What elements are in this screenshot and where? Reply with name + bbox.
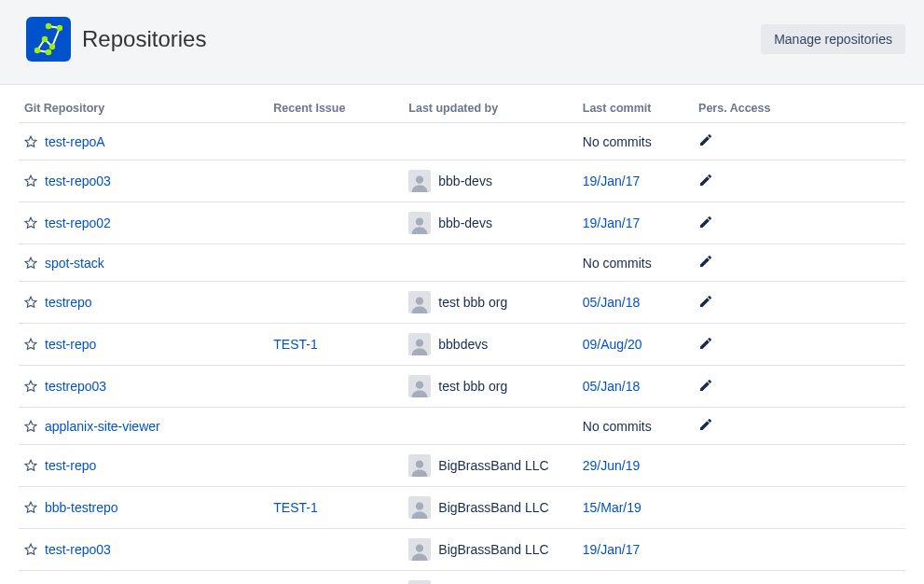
repo-link[interactable]: testrepo	[45, 295, 92, 310]
svg-marker-11	[25, 257, 36, 268]
issue-link[interactable]: TEST-1	[273, 337, 317, 352]
svg-point-0	[34, 48, 40, 53]
issue-link[interactable]: TEST-1	[273, 500, 317, 515]
svg-point-13	[416, 298, 423, 305]
avatar	[408, 580, 431, 584]
table-row: testrepotest bbb org05/Jan/18	[19, 282, 905, 324]
edit-icon[interactable]	[698, 294, 713, 309]
table-row: test-repo02bbb-devs19/Jan/17	[19, 202, 905, 244]
star-icon[interactable]	[24, 420, 37, 433]
svg-point-10	[416, 218, 423, 226]
star-icon[interactable]	[24, 543, 37, 556]
table-row: test-repo03BigBrassBand LLC19/Jan/17	[19, 529, 905, 571]
svg-point-5	[46, 49, 51, 55]
edit-icon[interactable]	[698, 378, 713, 393]
last-commit-link[interactable]: 29/Jun/19	[583, 458, 641, 473]
table-row: test-repoTEST-1bbbdevs09/Aug/20	[19, 324, 905, 366]
repo-link[interactable]: test-repoA	[45, 134, 105, 149]
col-header-updated-by[interactable]: Last updated by	[403, 85, 576, 123]
repo-link[interactable]: applanix-site-viewer	[45, 419, 160, 434]
svg-point-15	[416, 340, 423, 347]
repo-link[interactable]: test-repo02	[45, 216, 111, 230]
repo-link[interactable]: bbb-testrepo	[45, 500, 118, 515]
svg-marker-21	[25, 502, 36, 512]
table-row: test-repo03bbb-devs19/Jan/17	[19, 160, 905, 202]
star-icon[interactable]	[24, 380, 37, 393]
avatar	[408, 212, 431, 234]
svg-point-17	[416, 382, 423, 389]
updated-by-label: test bbb org	[438, 379, 507, 394]
edit-icon[interactable]	[698, 336, 713, 351]
avatar	[408, 496, 431, 519]
star-icon[interactable]	[24, 338, 37, 351]
table-row: test-repoBigBrassBand LLC29/Jun/19	[19, 445, 905, 487]
last-commit-link[interactable]: 05/Jan/18	[583, 379, 641, 394]
star-icon[interactable]	[24, 296, 37, 309]
col-header-last-commit[interactable]: Last commit	[577, 85, 693, 123]
last-commit-link[interactable]: 19/Jan/17	[583, 542, 641, 557]
last-commit-link[interactable]: 19/Jan/17	[583, 174, 641, 188]
repo-link[interactable]: test-repo	[45, 458, 96, 473]
updated-by-label: BigBrassBand LLC	[438, 500, 548, 515]
svg-point-20	[416, 461, 423, 468]
table-row: bbb-testrepoTEST-1BigBrassBand LLC15/Mar…	[19, 487, 905, 529]
app-logo	[26, 17, 71, 62]
star-icon[interactable]	[24, 459, 37, 472]
no-commits-label: No commits	[583, 134, 652, 149]
star-icon[interactable]	[24, 135, 37, 148]
edit-icon[interactable]	[698, 173, 713, 188]
edit-icon[interactable]	[698, 417, 713, 432]
table-row: test-repoANo commits	[19, 123, 905, 160]
svg-marker-14	[25, 339, 36, 349]
edit-icon[interactable]	[698, 132, 713, 147]
avatar	[408, 333, 431, 355]
updated-by-label: bbb-devs	[438, 174, 492, 188]
last-commit-link[interactable]: 09/Aug/20	[583, 337, 642, 352]
updated-by-label: BigBrassBand LLC	[438, 542, 548, 557]
svg-marker-12	[25, 297, 36, 307]
svg-point-22	[416, 503, 423, 510]
star-icon[interactable]	[24, 257, 37, 270]
no-commits-label: No commits	[583, 256, 652, 271]
avatar	[408, 454, 431, 477]
svg-point-2	[49, 44, 55, 49]
no-commits-label: No commits	[583, 419, 652, 434]
svg-marker-6	[25, 136, 36, 146]
svg-point-4	[46, 23, 51, 29]
star-icon[interactable]	[24, 216, 37, 229]
repo-link[interactable]: test-repo03	[45, 542, 111, 557]
avatar	[408, 538, 431, 561]
avatar	[408, 291, 431, 313]
last-commit-link[interactable]: 05/Jan/18	[583, 295, 641, 310]
svg-marker-23	[25, 544, 36, 554]
col-header-access[interactable]: Pers. Access	[693, 85, 905, 123]
svg-marker-9	[25, 217, 36, 228]
svg-point-1	[42, 36, 48, 42]
edit-icon[interactable]	[698, 254, 713, 269]
col-header-repo[interactable]: Git Repository	[19, 85, 268, 123]
repo-link[interactable]: test-repo	[45, 337, 96, 352]
table-row: spot-stackNo commits	[19, 244, 905, 282]
star-icon[interactable]	[24, 501, 37, 514]
updated-by-label: bbb-devs	[438, 216, 492, 230]
edit-icon[interactable]	[698, 215, 713, 229]
page-header: Repositories Manage repositories	[0, 0, 924, 85]
col-header-issue[interactable]: Recent Issue	[268, 85, 403, 123]
repo-link[interactable]: test-repo03	[45, 174, 111, 188]
repo-link[interactable]: spot-stack	[45, 256, 104, 271]
star-icon[interactable]	[24, 174, 37, 188]
svg-point-8	[416, 176, 423, 184]
repo-link[interactable]: testrepo03	[45, 379, 106, 394]
updated-by-label: test bbb org	[438, 295, 507, 310]
page-title: Repositories	[82, 26, 206, 52]
updated-by-label: bbbdevs	[438, 337, 488, 352]
avatar	[408, 170, 431, 192]
manage-repositories-button[interactable]: Manage repositories	[761, 24, 905, 54]
updated-by-label: BigBrassBand LLC	[438, 458, 548, 473]
last-commit-link[interactable]: 19/Jan/17	[583, 216, 641, 230]
svg-point-3	[57, 25, 62, 31]
svg-marker-16	[25, 381, 36, 391]
table-row: testrepo03test bbb org05/Jan/18	[19, 366, 905, 408]
repositories-table: Git Repository Recent Issue Last updated…	[19, 85, 905, 584]
last-commit-link[interactable]: 15/Mar/19	[583, 500, 641, 515]
